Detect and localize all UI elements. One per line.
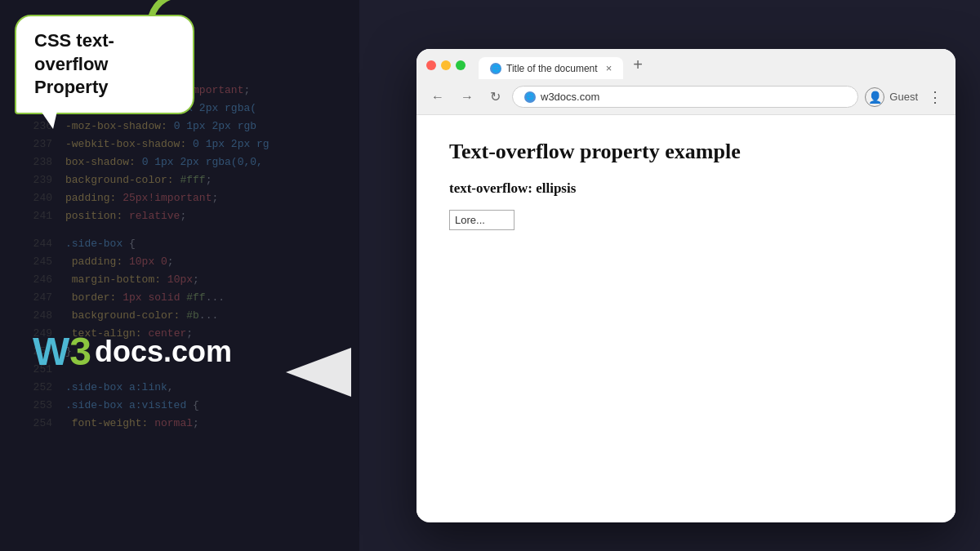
guest-avatar-icon: 👤 (865, 87, 884, 107)
bubble-pointer (41, 111, 57, 129)
w3docs-logo: W3 docs.com (33, 332, 232, 371)
arrow-pointer (286, 348, 351, 400)
guest-label: Guest (889, 91, 918, 103)
logo-w3-text: W3 (33, 332, 91, 371)
svg-marker-0 (286, 348, 351, 397)
tab-title: Title of the document (506, 63, 598, 74)
maximize-traffic-light[interactable] (456, 60, 466, 70)
title-text: CSS text-overflow Property (34, 29, 175, 100)
title-bubble: CSS text-overflow Property (15, 15, 194, 114)
browser-tab-active[interactable]: 🌐 Title of the document × (479, 57, 623, 79)
address-favicon: 🌐 (524, 91, 536, 103)
tab-favicon: 🌐 (490, 63, 501, 74)
close-traffic-light[interactable] (426, 60, 436, 70)
browser-chrome: 🌐 Title of the document × + ← → ↻ 🌐 w3do… (416, 49, 956, 115)
back-button[interactable]: ← (426, 88, 449, 106)
browser-menu-button[interactable]: ⋮ (924, 88, 946, 106)
forward-button[interactable]: → (456, 88, 479, 106)
address-bar[interactable]: 🌐 w3docs.com (512, 86, 858, 108)
new-tab-button[interactable]: + (626, 56, 649, 81)
ellipsis-demo-box: Lore... (449, 210, 514, 230)
refresh-button[interactable]: ↻ (485, 87, 506, 106)
browser-window: 🌐 Title of the document × + ← → ↻ 🌐 w3do… (416, 49, 956, 522)
traffic-lights (426, 60, 466, 77)
address-url: w3docs.com (541, 91, 846, 103)
guest-button[interactable]: 👤 Guest (865, 87, 918, 107)
tab-close-button[interactable]: × (606, 62, 612, 74)
address-bar-row: ← → ↻ 🌐 w3docs.com 👤 Guest ⋮ (416, 81, 956, 114)
tab-bar: 🌐 Title of the document × + (416, 49, 956, 81)
page-heading: Text-overflow property example (449, 140, 923, 164)
logo-docs-text: docs.com (95, 335, 232, 369)
subheading: text-overflow: ellipsis (449, 180, 923, 197)
minimize-traffic-light[interactable] (441, 60, 451, 70)
browser-content: Text-overflow property example text-over… (416, 115, 956, 517)
